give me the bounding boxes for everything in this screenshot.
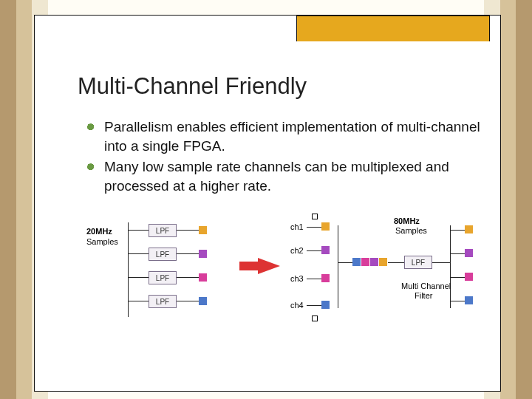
wire [177, 277, 199, 278]
wire [450, 230, 465, 231]
selection-handle-icon [312, 316, 318, 321]
bullet-item: Many low sample rate channels can be mul… [86, 157, 500, 196]
wire [128, 230, 149, 231]
multi-channel-label-1: Multi Channel [401, 282, 451, 290]
wire [450, 277, 465, 278]
sample-box [321, 301, 330, 309]
lpf-box: LPF [149, 248, 177, 261]
sample-box [465, 249, 473, 257]
bullet-text: Many low sample rate channels can be mul… [104, 159, 449, 194]
sample-box [199, 250, 207, 258]
mux-bus-line [338, 225, 338, 308]
wire [388, 262, 404, 263]
wire [128, 301, 149, 301]
arrow-icon [258, 258, 280, 274]
sample-box [321, 222, 330, 231]
wire [177, 253, 199, 254]
right-samples-label: Samples [395, 226, 427, 235]
sample-box [370, 258, 378, 266]
wire [450, 253, 465, 254]
bullet-text: Parallelism enables efficient implementa… [104, 119, 480, 154]
wire [177, 230, 199, 231]
sample-box [199, 273, 207, 282]
sample-box [321, 246, 330, 254]
sample-box [465, 273, 473, 281]
slide-body: Parallelism enables efficient implementa… [86, 117, 500, 197]
wire [432, 262, 450, 263]
sample-box [361, 258, 369, 266]
wire [307, 305, 321, 306]
slide-card: Multi-Channel Friendly Parallelism enabl… [34, 15, 501, 392]
lpf-box: LPF [404, 256, 432, 269]
wire [128, 253, 149, 254]
accent-tab [296, 16, 490, 41]
sample-box [465, 296, 473, 304]
sample-box [379, 258, 387, 266]
left-samples-label: Samples [86, 237, 118, 246]
bullet-item: Parallelism enables efficient implementa… [86, 117, 500, 156]
wire [307, 250, 321, 251]
wire [450, 301, 465, 301]
slide-title: Multi-Channel Friendly [78, 73, 307, 100]
ch-label: ch4 [290, 301, 304, 310]
lpf-box: LPF [149, 271, 177, 284]
wire [177, 301, 199, 301]
lpf-box: LPF [149, 224, 177, 237]
wire [307, 279, 321, 279]
demux-bus-line [450, 225, 451, 308]
sample-box [321, 274, 330, 282]
right-rate-label: 80MHz [394, 216, 420, 225]
ch-label: ch3 [290, 274, 304, 283]
left-rate-label: 20MHz [86, 227, 112, 236]
sample-box [352, 258, 361, 266]
ch-label: ch1 [290, 222, 304, 231]
lpf-box: LPF [149, 295, 177, 308]
sample-box [199, 297, 207, 305]
left-bus-line [128, 222, 129, 317]
sample-box [199, 226, 207, 234]
wire [338, 262, 352, 263]
diagram: 20MHz Samples LPF LPF LPF LPF ch1 ch2 ch… [86, 215, 500, 355]
wire [307, 227, 321, 228]
wire [128, 277, 149, 278]
selection-handle-icon [312, 214, 318, 219]
multi-channel-label-2: Filter [415, 291, 432, 300]
sample-box [465, 225, 473, 233]
ch-label: ch2 [290, 246, 304, 255]
